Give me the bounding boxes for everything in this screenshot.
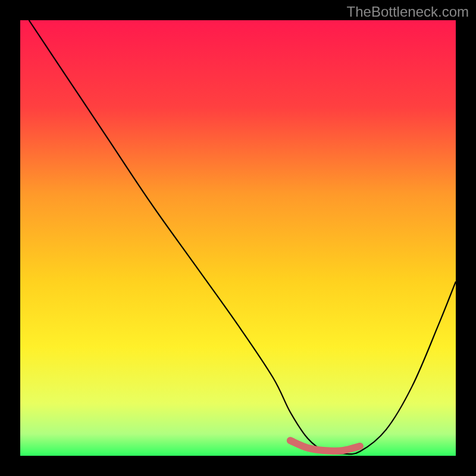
watermark-text: TheBottleneck.com	[347, 4, 469, 20]
bottleneck-chart	[20, 20, 456, 456]
chart-canvas	[20, 20, 456, 456]
gradient-background	[20, 20, 456, 456]
